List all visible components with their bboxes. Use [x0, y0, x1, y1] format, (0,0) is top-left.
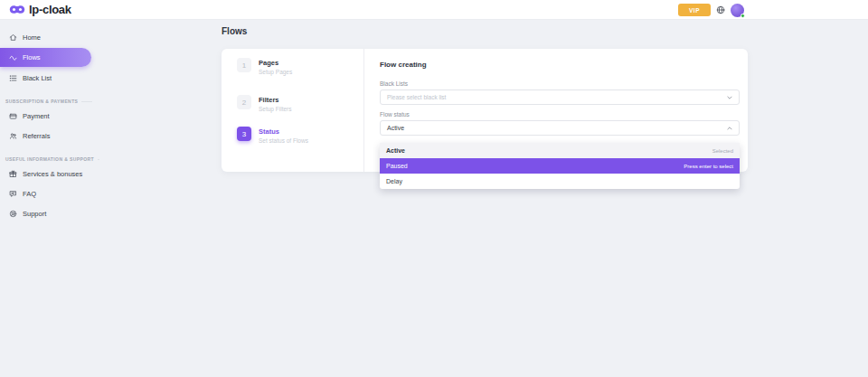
online-status-dot	[741, 14, 745, 18]
gift-icon	[9, 170, 17, 178]
sidebar-item-label: Support	[23, 210, 46, 218]
card-divider	[363, 49, 364, 172]
sidebar-item-black-list[interactable]: Black List	[0, 69, 99, 87]
sidebar-item-faq[interactable]: FAQ	[0, 184, 99, 203]
sidebar-section-subscription: SUBSCRIPTION & PAYMENTS	[5, 99, 92, 104]
black-lists-select[interactable]: Please select black list	[380, 90, 740, 105]
sidebar-item-payment[interactable]: Payment	[0, 107, 99, 125]
sidebar-item-label: Flows	[23, 53, 41, 61]
option-label: Active	[386, 147, 405, 154]
home-icon	[9, 33, 17, 42]
flow-status-label: Flow status	[380, 111, 740, 118]
sidebar-item-label: Black List	[23, 74, 52, 82]
lifebuoy-icon	[9, 210, 17, 218]
list-icon	[9, 74, 17, 82]
option-label: Delay	[386, 178, 402, 184]
sidebar: Home Flows Black List SUBSCRIPTION & PAY…	[0, 20, 99, 222]
chevron-up-icon	[727, 127, 732, 130]
app-logo[interactable]: lp-cloak	[9, 3, 71, 16]
language-globe-icon[interactable]	[716, 5, 725, 14]
flow-status-dropdown: Active Selected Paused Press enter to se…	[380, 143, 740, 189]
step-status[interactable]: 3 Status Set status of Flows	[237, 127, 354, 144]
flow-status-select[interactable]: Active	[380, 120, 740, 136]
step-pages[interactable]: 1 Pages Setup Pages	[237, 58, 354, 75]
step-subtitle: Setup Pages	[259, 69, 292, 75]
section-label: USEFUL INFORMATION & SUPPORT	[5, 156, 94, 162]
step-filters[interactable]: 2 Filters Setup Filters	[237, 95, 354, 112]
sidebar-item-services-bonuses[interactable]: Services & bonuses	[0, 165, 99, 183]
sidebar-item-label: FAQ	[23, 190, 36, 198]
form-title: Flow creating	[380, 61, 740, 69]
black-lists-placeholder: Please select black list	[387, 94, 446, 100]
option-hint: Selected	[712, 148, 733, 154]
user-avatar[interactable]	[731, 4, 744, 17]
people-icon	[9, 132, 17, 140]
step-number: 1	[237, 58, 251, 72]
top-bar: lp-cloak VIP	[0, 0, 868, 20]
flow-creating-form: Flow creating Black Lists Please select …	[380, 49, 740, 136]
mask-logo-icon	[9, 5, 25, 14]
sidebar-section-support: USEFUL INFORMATION & SUPPORT	[5, 156, 92, 162]
logo-text: lp-cloak	[29, 3, 71, 16]
sidebar-item-label: Referrals	[23, 132, 50, 140]
wizard-steps: 1 Pages Setup Pages 2 Filters Setup Filt…	[237, 49, 354, 144]
sidebar-item-label: Services & bonuses	[23, 170, 82, 178]
flows-icon	[9, 53, 17, 61]
topbar-actions: VIP	[678, 0, 744, 20]
dropdown-option-delay[interactable]: Delay	[380, 174, 740, 189]
sidebar-item-label: Home	[23, 33, 41, 42]
chat-question-icon	[9, 190, 17, 198]
step-subtitle: Set status of Flows	[259, 137, 308, 144]
step-title: Pages	[259, 59, 292, 67]
option-label: Paused	[386, 163, 408, 169]
step-title: Status	[259, 127, 308, 136]
step-number: 2	[237, 95, 251, 109]
sidebar-item-home[interactable]: Home	[0, 28, 99, 46]
black-lists-label: Black Lists	[380, 80, 740, 87]
step-number: 3	[237, 127, 251, 141]
page-title: Flows	[222, 26, 247, 36]
credit-card-icon	[9, 112, 17, 120]
chevron-down-icon	[727, 96, 732, 99]
section-label: SUBSCRIPTION & PAYMENTS	[5, 99, 78, 104]
option-hint: Press enter to select	[684, 164, 733, 169]
dropdown-option-paused[interactable]: Paused Press enter to select	[380, 158, 740, 174]
sidebar-item-referrals[interactable]: Referrals	[0, 127, 99, 145]
flow-status-value: Active	[387, 125, 404, 131]
dropdown-option-active[interactable]: Active Selected	[380, 143, 740, 158]
sidebar-item-flows[interactable]: Flows	[0, 48, 91, 67]
step-title: Filters	[259, 96, 292, 104]
vip-button[interactable]: VIP	[678, 4, 711, 16]
sidebar-item-label: Payment	[23, 112, 50, 120]
flow-creating-card: 1 Pages Setup Pages 2 Filters Setup Filt…	[222, 49, 748, 172]
sidebar-item-support[interactable]: Support	[0, 204, 99, 222]
step-subtitle: Setup Filters	[259, 106, 292, 112]
